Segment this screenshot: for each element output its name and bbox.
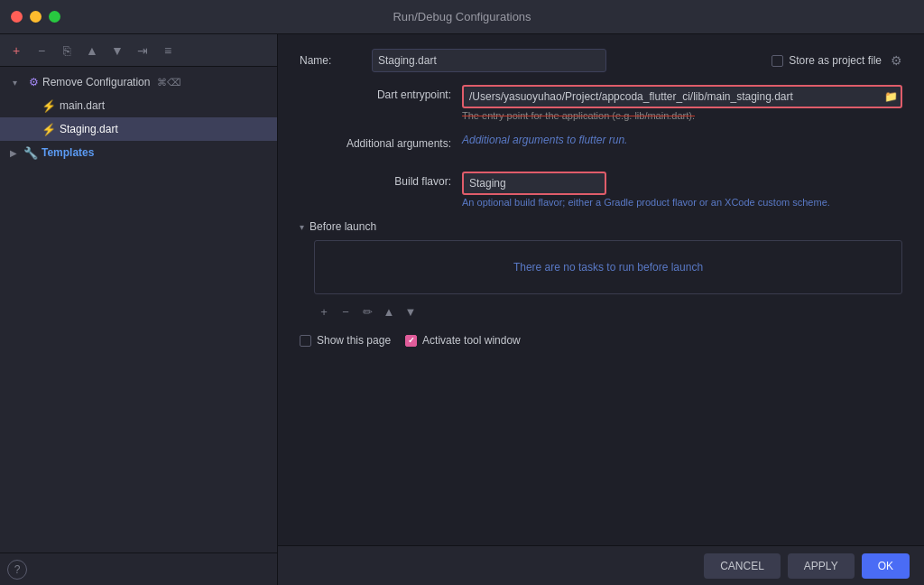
titlebar: Run/Debug Configurations — [0, 0, 924, 34]
ok-button[interactable]: OK — [862, 553, 910, 579]
help-button[interactable]: ? — [7, 560, 27, 580]
store-as-project-checkbox[interactable] — [772, 55, 783, 67]
window-controls[interactable] — [11, 11, 60, 23]
group-chevron: ▾ — [13, 78, 25, 88]
move-down-button[interactable]: ▼ — [106, 40, 128, 61]
dart-icon-staging: ⚡ — [42, 123, 56, 136]
dart-entrypoint-hint: The entry point for the application (e.g… — [462, 110, 902, 121]
templates-label: Templates — [42, 146, 94, 159]
remove-config-button[interactable]: − — [31, 40, 52, 61]
dart-entrypoint-input[interactable] — [462, 85, 902, 108]
main-layout: + − ⎘ ▲ ▼ ⇥ ≡ ▾ ⚙ Remove Configuration ⌘… — [0, 34, 924, 585]
remove-config-label: Remove Configuration — [42, 76, 150, 88]
gear-icon[interactable]: ⚙ — [891, 53, 902, 68]
move-up-button[interactable]: ▲ — [81, 40, 103, 61]
main-dart-label: main.dart — [60, 99, 105, 112]
config-group-icon: ⚙ — [29, 76, 39, 88]
sidebar-item-main-dart[interactable]: ⚡ main.dart — [0, 94, 277, 117]
add-config-button[interactable]: + — [5, 40, 27, 61]
launch-down-button[interactable]: ▼ — [401, 302, 420, 321]
sidebar-item-staging-dart[interactable]: ⚡ Staging.dart — [0, 117, 277, 141]
before-launch-empty-area: There are no tasks to run before launch — [314, 240, 902, 294]
dart-entrypoint-row: Dart entrypoint: 📁 The entry point for t… — [300, 85, 902, 121]
sidebar-item-templates[interactable]: ▶ 🔧 Templates — [0, 141, 277, 164]
staging-dart-label: Staging.dart — [60, 123, 118, 135]
before-launch-label: Before launch — [310, 220, 376, 233]
folder-browse-button[interactable]: 📁 — [881, 87, 901, 107]
name-row: Name: Store as project file ⚙ — [300, 49, 902, 72]
sort-button[interactable]: ≡ — [157, 40, 179, 61]
dart-entrypoint-label: Dart entrypoint: — [300, 85, 462, 101]
activate-tool-window-label: Activate tool window — [422, 334, 521, 347]
name-label: Name: — [300, 54, 372, 67]
apply-button[interactable]: APPLY — [788, 553, 855, 579]
content-panel: Name: Store as project file ⚙ Dart entry… — [278, 34, 924, 585]
form-area: Name: Store as project file ⚙ Dart entry… — [278, 34, 924, 545]
build-flavor-hint: An optional build flavor; either a Gradl… — [462, 197, 902, 208]
launch-add-button[interactable]: + — [314, 302, 334, 321]
additional-arguments-control: Additional arguments to flutter run. — [462, 134, 902, 146]
show-this-page-option: Show this page — [300, 334, 391, 347]
remove-config-group: ▾ ⚙ Remove Configuration ⌘⌫ — [0, 70, 277, 94]
launch-edit-button[interactable]: ✏ — [357, 302, 377, 321]
additional-arguments-row: Additional arguments: Additional argumen… — [300, 134, 902, 159]
minimize-button[interactable] — [30, 11, 42, 23]
copy-config-button[interactable]: ⎘ — [56, 40, 78, 61]
additional-arguments-placeholder: Additional arguments to flutter run. — [462, 134, 902, 146]
build-flavor-label: Build flavor: — [300, 172, 462, 188]
store-as-project-group: Store as project file ⚙ — [772, 53, 902, 68]
name-input[interactable] — [372, 49, 606, 72]
before-launch-section: ▾ Before launch There are no tasks to ru… — [300, 220, 902, 321]
dart-icon: ⚡ — [42, 99, 56, 113]
launch-up-button[interactable]: ▲ — [379, 302, 399, 321]
dart-entrypoint-control: 📁 The entry point for the application (e… — [462, 85, 902, 121]
sidebar: + − ⎘ ▲ ▼ ⇥ ≡ ▾ ⚙ Remove Configuration ⌘… — [0, 34, 278, 585]
before-launch-chevron[interactable]: ▾ — [300, 222, 304, 232]
before-launch-header: ▾ Before launch — [300, 220, 902, 233]
no-tasks-text: There are no tasks to run before launch — [513, 261, 703, 274]
show-this-page-label: Show this page — [317, 334, 391, 347]
entrypoint-wrapper: 📁 — [462, 85, 902, 108]
build-flavor-control: An optional build flavor; either a Gradl… — [462, 172, 902, 208]
activate-tool-window-option: Activate tool window — [405, 334, 521, 347]
bottom-options: Show this page Activate tool window — [300, 334, 902, 347]
show-this-page-checkbox[interactable] — [300, 335, 311, 347]
build-flavor-input[interactable] — [462, 172, 606, 195]
close-button[interactable] — [11, 11, 23, 23]
remove-config-shortcut: ⌘⌫ — [157, 77, 181, 88]
launch-remove-button[interactable]: − — [336, 302, 356, 321]
window-title: Run/Debug Configurations — [393, 10, 531, 23]
sidebar-toolbar: + − ⎘ ▲ ▼ ⇥ ≡ — [0, 34, 277, 67]
launch-toolbar: + − ✏ ▲ ▼ — [314, 302, 902, 321]
sidebar-tree: ▾ ⚙ Remove Configuration ⌘⌫ ⚡ main.dart … — [0, 67, 277, 552]
additional-arguments-label: Additional arguments: — [300, 134, 462, 150]
build-flavor-row: Build flavor: An optional build flavor; … — [300, 172, 902, 208]
footer: CANCEL APPLY OK — [278, 545, 924, 585]
move-into-folder-button[interactable]: ⇥ — [132, 40, 153, 61]
maximize-button[interactable] — [49, 11, 60, 23]
activate-tool-window-checkbox[interactable] — [405, 335, 417, 347]
sidebar-bottom: ? — [0, 552, 277, 585]
cancel-button[interactable]: CANCEL — [704, 553, 781, 579]
template-icon: 🔧 — [23, 146, 38, 160]
store-as-project-label: Store as project file — [789, 54, 882, 67]
